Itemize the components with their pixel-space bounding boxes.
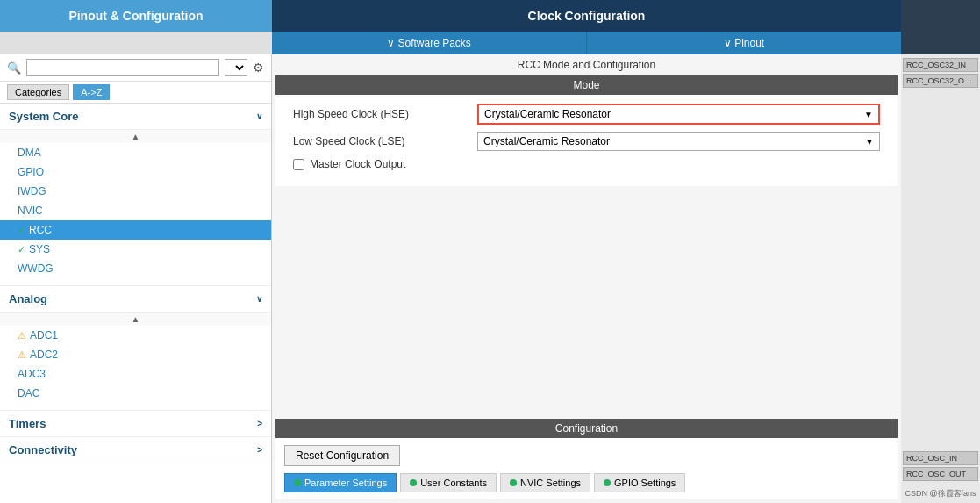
hse-row: High Speed Clock (HSE) Crystal/Ceramic R… bbox=[293, 104, 880, 125]
sidebar-item-wwdg[interactable]: WWDG bbox=[0, 259, 271, 278]
section-header-system-core[interactable]: System Core ∨ bbox=[0, 104, 271, 130]
hse-select[interactable]: Crystal/Ceramic Resonator ▼ bbox=[477, 104, 880, 125]
config-tab-nvic[interactable]: NVIC Settings bbox=[500, 473, 590, 492]
up-arrow-icon: ▲ bbox=[132, 132, 140, 141]
pinout-header[interactable]: Pinout & Configuration bbox=[0, 0, 272, 32]
check-icon-sys: ✓ bbox=[18, 244, 25, 255]
sidebar-item-nvic[interactable]: NVIC bbox=[0, 201, 271, 220]
section-connectivity: Connectivity > bbox=[0, 437, 271, 463]
reset-config-button[interactable]: Reset Configuration bbox=[284, 445, 400, 466]
mode-header: Mode bbox=[275, 75, 898, 95]
sidebar-item-adc2[interactable]: ⚠ ADC2 bbox=[0, 345, 271, 364]
lse-label: Low Speed Clock (LSE) bbox=[293, 135, 477, 147]
config-body: Reset Configuration Parameter Settings U… bbox=[275, 438, 898, 499]
collapse-arrow-2: ▲ bbox=[0, 313, 271, 326]
master-clock-row: Master Clock Output bbox=[293, 158, 880, 170]
section-items-analog: ⚠ ADC1 ⚠ ADC2 ADC3 DAC bbox=[0, 326, 271, 403]
sub-header-software-packs[interactable]: ∨ Software Packs bbox=[272, 32, 587, 54]
dot-nvic bbox=[510, 479, 517, 486]
section-header-analog[interactable]: Analog ∨ bbox=[0, 285, 271, 313]
sidebar-content: System Core ∨ ▲ DMA GPIO IWDG bbox=[0, 104, 271, 503]
lse-select[interactable]: Crystal/Ceramic Resonator ▼ bbox=[477, 132, 880, 151]
main: 🔍 ⚙ Categories A->Z System Core ∨ bbox=[0, 54, 980, 503]
right-label-osc32-in: RCC_OSC32_IN bbox=[903, 58, 978, 72]
mode-section: Mode High Speed Clock (HSE) Crystal/Cera… bbox=[275, 75, 898, 186]
config-tabs: Parameter Settings User Constants NVIC S… bbox=[284, 473, 889, 492]
right-label-osc-in: RCC_OSC_IN bbox=[903, 451, 978, 465]
lse-row: Low Speed Clock (LSE) Crystal/Ceramic Re… bbox=[293, 132, 880, 151]
sidebar-item-rcc[interactable]: ✓ RCC bbox=[0, 220, 271, 240]
pinout-header-label: Pinout & Configuration bbox=[68, 9, 203, 23]
config-header: Configuration bbox=[275, 419, 898, 438]
tab-categories[interactable]: Categories bbox=[7, 84, 69, 100]
search-bar: 🔍 ⚙ bbox=[0, 54, 271, 82]
sidebar-item-dac[interactable]: DAC bbox=[0, 384, 271, 403]
right-panel: RCC_OSC32_IN RCC_OSC32_OUT RCC_OSC_IN RC… bbox=[901, 54, 980, 503]
config-tab-parameter[interactable]: Parameter Settings bbox=[284, 473, 397, 492]
sub-header-pinout[interactable]: ∨ Pinout bbox=[587, 32, 901, 54]
sub-header: ∨ Software Packs ∨ Pinout bbox=[0, 32, 980, 54]
section-timers: Timers > bbox=[0, 410, 271, 437]
chevron-down-icon-analog: ∨ bbox=[256, 294, 262, 304]
chevron-right-icon-timers: > bbox=[257, 419, 262, 428]
header-right bbox=[901, 0, 980, 32]
sidebar-item-iwdg[interactable]: IWDG bbox=[0, 182, 271, 201]
header: Pinout & Configuration Clock Configurati… bbox=[0, 0, 980, 32]
section-items-system-core: DMA GPIO IWDG NVIC ✓ RCC bbox=[0, 143, 271, 278]
config-section: Configuration Reset Configuration Parame… bbox=[275, 419, 898, 499]
clock-header-label: Clock Configuration bbox=[528, 9, 646, 23]
sidebar-item-dma[interactable]: DMA bbox=[0, 143, 271, 162]
section-header-connectivity[interactable]: Connectivity > bbox=[0, 437, 271, 463]
chevron-right-icon-connectivity: > bbox=[257, 445, 262, 455]
warn-icon-adc1: ⚠ bbox=[18, 330, 26, 341]
check-icon-rcc: ✓ bbox=[18, 225, 25, 236]
dot-gpio bbox=[604, 479, 611, 486]
master-clock-checkbox[interactable] bbox=[293, 159, 304, 170]
sub-header-right bbox=[901, 32, 980, 54]
search-input[interactable] bbox=[26, 59, 219, 76]
dot-parameter bbox=[294, 479, 301, 486]
sidebar-item-adc3[interactable]: ADC3 bbox=[0, 364, 271, 384]
section-system-core: System Core ∨ ▲ DMA GPIO IWDG bbox=[0, 104, 271, 278]
dot-user-constants bbox=[410, 479, 417, 486]
warn-icon-adc2: ⚠ bbox=[18, 349, 26, 361]
tab-az[interactable]: A->Z bbox=[73, 84, 110, 100]
collapse-arrow-1: ▲ bbox=[0, 130, 271, 143]
dropdown-arrow-hse: ▼ bbox=[864, 110, 873, 119]
right-label-osc32-out: RCC_OSC32_OUT bbox=[903, 74, 978, 88]
sidebar-item-adc1[interactable]: ⚠ ADC1 bbox=[0, 326, 271, 345]
up-arrow-icon-analog: ▲ bbox=[132, 314, 140, 324]
sub-header-placeholder bbox=[0, 32, 272, 54]
dropdown-arrow-lse: ▼ bbox=[865, 137, 874, 147]
hse-label: High Speed Clock (HSE) bbox=[293, 108, 477, 120]
rcc-title: RCC Mode and Configuration bbox=[272, 54, 901, 75]
right-label-osc-out: RCC_OSC_OUT bbox=[903, 467, 978, 481]
sidebar-item-sys[interactable]: ✓ SYS bbox=[0, 240, 271, 259]
section-header-timers[interactable]: Timers > bbox=[0, 410, 271, 437]
pinout-label: ∨ Pinout bbox=[724, 37, 764, 49]
watermark: CSDN @徐霞客fans bbox=[903, 488, 978, 499]
search-icon: 🔍 bbox=[7, 61, 21, 75]
chevron-down-icon: ∨ bbox=[256, 111, 262, 121]
config-tab-gpio[interactable]: GPIO Settings bbox=[594, 473, 685, 492]
clock-header[interactable]: Clock Configuration bbox=[272, 0, 901, 32]
search-dropdown[interactable] bbox=[225, 59, 247, 76]
master-clock-label: Master Clock Output bbox=[310, 158, 405, 170]
gear-icon[interactable]: ⚙ bbox=[253, 61, 264, 75]
right-panel-bottom: RCC_OSC_IN RCC_OSC_OUT CSDN @徐霞客fans bbox=[903, 451, 978, 499]
section-analog: Analog ∨ ▲ ⚠ ADC1 ⚠ ADC2 ADC3 bbox=[0, 285, 271, 403]
software-packs-label: ∨ Software Packs bbox=[387, 37, 471, 49]
mode-body: High Speed Clock (HSE) Crystal/Ceramic R… bbox=[275, 95, 898, 186]
sidebar-item-gpio[interactable]: GPIO bbox=[0, 162, 271, 182]
tab-bar: Categories A->Z bbox=[0, 82, 271, 104]
sidebar: 🔍 ⚙ Categories A->Z System Core ∨ bbox=[0, 54, 272, 503]
content-area: RCC Mode and Configuration Mode High Spe… bbox=[272, 54, 901, 503]
config-tab-user-constants[interactable]: User Constants bbox=[400, 473, 497, 492]
